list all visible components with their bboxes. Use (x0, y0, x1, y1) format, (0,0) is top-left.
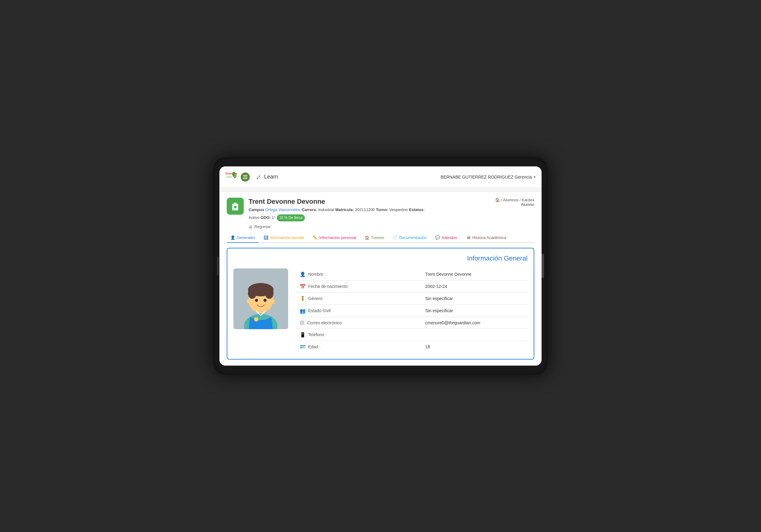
field-label-civil: 👥 Estado Civil (297, 304, 423, 317)
tab-historia[interactable]: 🏛 Historia Académica (463, 233, 510, 243)
tab-documentacion[interactable]: 📄 Documentación (389, 233, 430, 243)
field-label-edad: 🪪 Edad : (297, 341, 423, 353)
campus-label: Campus (249, 207, 264, 212)
avatar-svg (233, 268, 288, 329)
carrera-value: Industrial (318, 207, 334, 212)
tabs-bar: 👤 Generales ℹ️ Información escolar ✏️ In… (227, 233, 534, 243)
calendar-icon: 📅 (300, 284, 306, 290)
svg-point-18 (254, 317, 258, 322)
label-civil: Estado Civil (308, 308, 331, 313)
backpack-icon (230, 201, 241, 212)
tab-tutores-label: Tutores (371, 235, 384, 240)
field-value-fecha: 2002-12-24 (423, 280, 528, 293)
label-email: Correo electrónico (307, 320, 342, 325)
header: Kambal Learn ⤢ Learn BERNABE GUTIERREZ R… (219, 166, 542, 187)
estatus-value: Activo (249, 215, 259, 220)
breadcrumb-sep2: / (520, 198, 522, 202)
documentacion-icon: 📄 (393, 235, 397, 240)
matricula-label: Matrícula: (335, 207, 354, 212)
student-info: Trent Devonne Devonne Campus Ortega Vasc… (249, 198, 490, 229)
svg-point-17 (271, 299, 275, 304)
label-fecha: Fecha de nacimiento (308, 284, 348, 289)
field-value-nombre: Trent Devonne Devonne (423, 268, 528, 281)
tab-tutores[interactable]: 🏠 Tutores (361, 233, 388, 243)
student-meta-line1: Campus Ortega Vasconcelos Carrera: Indus… (249, 207, 490, 213)
gdo-value: 1° (272, 215, 276, 220)
info-layout: 👤 Nombre : Trent Devonne Devonne 📅 (233, 268, 528, 353)
adeudos-icon: 💬 (435, 235, 440, 240)
info-table: 👤 Nombre : Trent Devonne Devonne 📅 (297, 268, 528, 353)
student-avatar-icon (227, 198, 244, 215)
svg-point-15 (263, 299, 266, 302)
svg-point-13 (265, 288, 273, 299)
student-photo (233, 268, 288, 329)
student-header: Trent Devonne Devonne Campus Ortega Vasc… (227, 198, 534, 229)
table-row: 🧍 Género Sin especificar (297, 293, 528, 304)
hamburger-button[interactable] (241, 173, 250, 182)
estatus-label: Estatus: (409, 207, 425, 212)
svg-rect-6 (234, 206, 236, 208)
table-row: @ Correo electrónico cmenure0@theguardia… (297, 317, 528, 329)
table-row: 📅 Fecha de nacimiento 2002-12-24 (297, 280, 528, 293)
expand-button[interactable]: ⤢ (256, 173, 261, 181)
regresar-label: Regresar (254, 224, 270, 229)
gender-icon: 🧍 (300, 296, 306, 301)
main-content: Trent Devonne Devonne Campus Ortega Vasc… (219, 191, 542, 366)
historia-icon: 🏛 (467, 235, 471, 240)
separator-bar (219, 187, 542, 191)
svg-point-16 (247, 299, 251, 304)
tab-personal-label: Información personal (319, 235, 356, 240)
civil-icon: 👥 (300, 308, 306, 314)
tab-generales-label: Generales (237, 235, 255, 240)
beca-badge: 10 % De Beca (277, 214, 305, 221)
tab-personal[interactable]: ✏️ Información personal (309, 233, 360, 243)
tab-adeudos[interactable]: 💬 Adeudos (432, 233, 461, 243)
label-nombre: Nombre : (308, 272, 326, 277)
regresar-icon: 🖨 (249, 224, 253, 229)
tab-generales[interactable]: 👤 Generales (227, 233, 259, 243)
tab-escolar[interactable]: ℹ️ Información escolar (260, 233, 308, 243)
matricula-value: 202111200 (355, 207, 375, 212)
svg-point-12 (248, 288, 257, 299)
logo-area: Kambal Learn (225, 171, 250, 184)
field-value-civil: Sin especificar (423, 304, 528, 317)
escolar-icon: ℹ️ (263, 235, 268, 240)
svg-point-14 (255, 299, 258, 302)
tab-historia-label: Historia Académica (472, 235, 506, 240)
svg-rect-5 (234, 202, 237, 205)
turno-label: Turno: (376, 207, 388, 212)
field-value-email: cmenure0@theguardian.com (423, 317, 528, 329)
table-row: 👥 Estado Civil Sin especificar (297, 304, 528, 317)
student-meta-line2: Activo GDO: 1° 10 % De Beca (249, 214, 490, 221)
user-menu[interactable]: BERNABE GUTIERREZ RODRIGUEZ Gerencia ▾ (441, 175, 536, 180)
student-name: Trent Devonne Devonne (249, 198, 490, 206)
table-row: 👤 Nombre : Trent Devonne Devonne (297, 268, 528, 281)
field-label-nombre: 👤 Nombre : (297, 268, 423, 281)
field-label-email: @ Correo electrónico (297, 317, 423, 329)
tutores-icon: 🏠 (365, 235, 370, 240)
field-value-genero: Sin especificar (423, 293, 528, 304)
tab-adeudos-label: Adeudos (441, 235, 457, 240)
personal-icon: ✏️ (313, 235, 318, 240)
breadcrumb-alumnos[interactable]: Alumnos (503, 198, 518, 202)
table-row: 🪪 Edad : 18 (297, 341, 528, 353)
svg-text:Learn: Learn (226, 175, 232, 178)
tab-documentacion-label: Documentación (399, 235, 426, 240)
person-icon: 👤 (300, 272, 306, 277)
chevron-down-icon: ▾ (534, 175, 536, 179)
age-icon: 🪪 (300, 344, 306, 350)
turno-value: Vespertino (389, 207, 408, 212)
label-edad: Edad : (308, 345, 320, 349)
field-label-telefono: 📱 Teléfono : (297, 329, 423, 341)
regresar-button[interactable]: 🖨 Regresar (249, 224, 270, 229)
breadcrumb: 🏠 / Alumnos / Kardex Alumno (495, 198, 534, 207)
module-label: Learn (264, 174, 278, 180)
phone-icon: 📱 (300, 332, 306, 338)
field-label-fecha: 📅 Fecha de nacimiento (297, 280, 423, 293)
label-telefono: Teléfono : (308, 332, 327, 337)
label-genero: Género (308, 296, 322, 301)
breadcrumb-kardex[interactable]: Kardex (522, 198, 534, 202)
logo: Kambal Learn (225, 171, 237, 184)
card-title: Información General (233, 254, 528, 262)
carrera-label: Carrera: (302, 207, 317, 212)
